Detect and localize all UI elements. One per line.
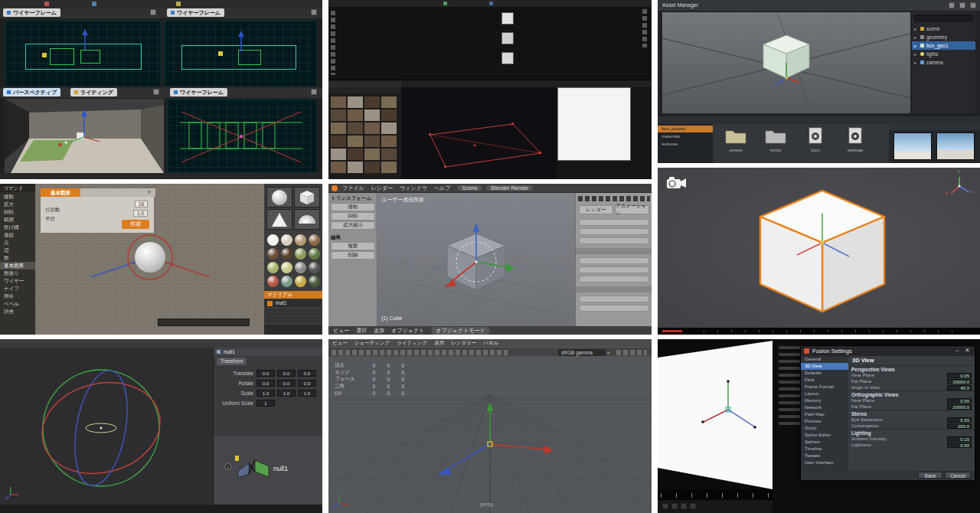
mode-selector[interactable]: オブジェクトモード (431, 327, 489, 335)
shelf-swatch[interactable] (381, 162, 397, 173)
outliner-row-geometry[interactable]: ▸ geometry (912, 33, 975, 41)
toolbar-icons-right[interactable] (616, 350, 647, 355)
command-item[interactable]: 投げ縄 (0, 224, 35, 231)
setting-value[interactable]: 45.0 (947, 385, 972, 390)
material-section-header[interactable]: マテリアル (264, 291, 322, 299)
create-button[interactable]: 作成 (122, 220, 149, 229)
param-translate-y[interactable]: 0.0 (277, 370, 296, 377)
sidebar-item[interactable]: Network (801, 404, 848, 411)
shelf-swatch[interactable] (381, 109, 397, 121)
command-item[interactable]: 面 (0, 254, 35, 262)
outliner-search-box[interactable] (914, 15, 973, 21)
caret-icon[interactable]: ▸ (914, 60, 916, 65)
caret-icon[interactable]: ▸ (914, 26, 916, 31)
network-editor[interactable]: i null1 (213, 430, 322, 505)
material-ball[interactable] (267, 234, 279, 246)
dialog-row-value[interactable]: 1.0 (133, 210, 148, 217)
viewport-maximize-button[interactable] (311, 9, 317, 15)
tab-wireframe-bottom-right[interactable]: ワイヤーフレーム (170, 88, 227, 96)
shelf-button-rotate[interactable]: 回転 (331, 212, 375, 221)
shelf-swatch[interactable] (364, 109, 380, 121)
minimize-icon[interactable]: – (956, 347, 959, 354)
command-item[interactable]: 辺 (0, 247, 35, 254)
outliner-row-scene[interactable]: ▸ scene (912, 25, 975, 33)
sidebar-item[interactable]: Flow (801, 377, 848, 384)
sidebar-item[interactable]: Memory (801, 397, 848, 404)
param-scale-y[interactable]: 1.0 (277, 390, 296, 397)
asset-browser-header[interactable] (658, 116, 980, 124)
menu-view[interactable]: ビュー (332, 340, 348, 347)
setting-value[interactable]: 200.0 (947, 423, 972, 429)
shelf-filter-bar[interactable] (328, 87, 401, 93)
texture-canvas[interactable] (557, 87, 631, 161)
asset-list-row[interactable]: materials (658, 133, 713, 140)
material-ball[interactable] (281, 234, 292, 246)
asset-list-row[interactable]: textures (658, 141, 713, 148)
shelf-swatch[interactable] (364, 96, 380, 108)
material-ball[interactable] (309, 262, 320, 273)
transport-play-button[interactable] (662, 503, 668, 509)
material-ball[interactable] (267, 276, 279, 287)
menu-window[interactable]: ウィンドウ (400, 185, 427, 192)
dialog-titlebar[interactable]: Fusion Settings – ✕ (801, 346, 975, 356)
setting-value[interactable]: 20000.0 (947, 379, 972, 384)
save-button[interactable]: Save (918, 472, 942, 479)
properties-tab-icons[interactable] (578, 195, 650, 202)
material-ball[interactable] (295, 234, 306, 246)
tab-wireframe-top-left[interactable]: ワイヤーフレーム (3, 8, 60, 17)
menu-shading[interactable]: シェーディング (354, 340, 390, 347)
colorspace-selector[interactable]: sRGB gamma (558, 349, 606, 356)
material-ball[interactable] (281, 276, 292, 287)
command-item[interactable]: ワイヤー (0, 277, 35, 285)
primitive-thumb-sphere[interactable] (266, 187, 292, 207)
preview-thumbnail-sky-2[interactable] (936, 132, 975, 160)
scene-selector[interactable]: Scene (457, 185, 482, 191)
default-cube[interactable] (430, 220, 522, 306)
shelf-swatch[interactable] (364, 162, 380, 173)
sidebar-item[interactable]: Script (801, 425, 848, 432)
shelf-swatch[interactable] (331, 149, 346, 160)
render-button[interactable]: レンダー (579, 205, 613, 214)
shelf-swatch[interactable] (348, 123, 363, 134)
shelf-swatch[interactable] (348, 162, 363, 173)
sidebar-item[interactable]: Timeline (801, 446, 848, 453)
menu-render[interactable]: レンダー (371, 185, 394, 192)
command-item[interactable]: 押出 (0, 292, 35, 300)
tab-wireframe-top-right[interactable]: ワイヤーフレーム (167, 8, 224, 17)
command-item[interactable]: 範囲 (0, 216, 35, 224)
setting-value[interactable]: 0.50 (947, 443, 972, 448)
param-translate-z[interactable]: 0.0 (298, 370, 316, 377)
engine-selector[interactable]: Blender Render (486, 185, 533, 191)
node-info-badge[interactable]: i (224, 463, 231, 470)
viewport-maximize-button[interactable] (311, 89, 317, 95)
layer-thumbnail-3[interactable] (501, 52, 514, 64)
timeline-ruler[interactable] (658, 489, 773, 500)
outliner-row-selected[interactable]: ▸ box_geo1 (912, 41, 975, 50)
material-ball[interactable] (309, 276, 320, 287)
preview-thumbnail-sky-1[interactable] (893, 132, 932, 160)
command-item[interactable]: 移動 (0, 193, 35, 201)
command-item[interactable]: 拡大 (0, 201, 35, 208)
close-icon[interactable]: ✕ (147, 189, 152, 195)
toolbar-button[interactable] (959, 2, 965, 8)
shelf-swatch[interactable] (348, 149, 363, 160)
transport-stop-button[interactable] (671, 503, 678, 509)
shelf-swatch[interactable] (364, 123, 380, 134)
asset-list-row-selected[interactable]: box_project (658, 126, 713, 132)
property-slider[interactable] (579, 296, 649, 302)
material-ball[interactable] (267, 262, 279, 273)
command-item[interactable]: 面張り (0, 270, 35, 277)
menu-panels[interactable]: パネル (483, 340, 498, 347)
timeline-bar[interactable] (658, 328, 980, 335)
asset-item-folder-1[interactable]: preset (719, 126, 753, 161)
cube-object[interactable] (756, 31, 817, 89)
toolbar-icons[interactable] (332, 350, 508, 355)
material-ball[interactable] (309, 248, 320, 260)
viewport-area[interactable] (658, 339, 773, 489)
panel-button-row[interactable] (264, 325, 322, 335)
asset-item-file-1[interactable]: icon (799, 126, 832, 161)
layer-thumbnail-2[interactable] (501, 32, 514, 44)
null-node-icon[interactable] (237, 457, 270, 480)
outliner-row-lights[interactable]: ▸ lights (912, 50, 975, 58)
shelf-button-duplicate[interactable]: 複製 (331, 242, 375, 250)
